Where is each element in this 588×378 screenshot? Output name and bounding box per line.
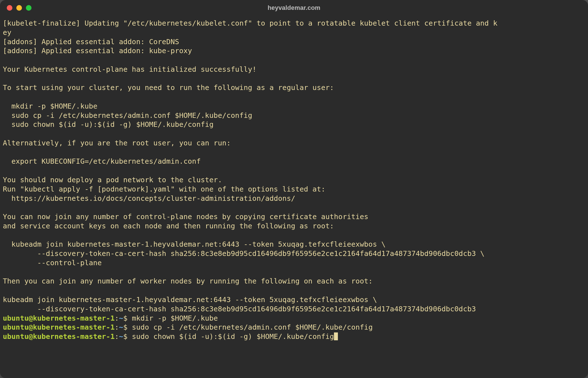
output-line: kubeadm join kubernetes-master-1.heyvald…: [3, 240, 386, 248]
prompt-user: ubuntu@kubernetes-master-1: [3, 332, 115, 341]
maximize-icon[interactable]: [26, 5, 32, 11]
output-line: kubeadm join kubernetes-master-1.heyvald…: [3, 295, 377, 304]
command: sudo chown $(id -u):$(id -g) $HOME/.kube…: [132, 332, 334, 341]
output-line: --control-plane: [3, 258, 106, 267]
prompt-sep: :: [115, 332, 119, 341]
prompt-line: ubuntu@kubernetes-master-1:~$ sudo cp -i…: [3, 323, 373, 331]
prompt-user: ubuntu@kubernetes-master-1: [3, 314, 115, 322]
output-line: Then you can join any number of worker n…: [3, 277, 373, 285]
output-line: export KUBECONFIG=/etc/kubernetes/admin.…: [3, 157, 201, 165]
prompt-path: ~: [119, 323, 123, 331]
output-line: Your Kubernetes control-plane has initia…: [3, 65, 257, 73]
window-title: heyvaldemar.com: [268, 4, 320, 12]
output-line: sudo chown $(id -u):$(id -g) $HOME/.kube…: [3, 120, 214, 129]
output-line: mkdir -p $HOME/.kube: [3, 102, 97, 110]
terminal-content[interactable]: [kubelet-finalize] Updating "/etc/kubern…: [0, 16, 588, 345]
prompt-line: ubuntu@kubernetes-master-1:~$ sudo chown…: [3, 332, 338, 341]
cursor-icon: [334, 332, 338, 340]
prompt-user: ubuntu@kubernetes-master-1: [3, 323, 115, 331]
prompt-path: ~: [119, 314, 123, 322]
prompt-line: ubuntu@kubernetes-master-1:~$ mkdir -p $…: [3, 314, 218, 322]
output-line: sudo cp -i /etc/kubernetes/admin.conf $H…: [3, 111, 252, 120]
prompt-sep: $: [123, 323, 132, 331]
prompt-sep: $: [123, 332, 132, 341]
terminal-window: heyvaldemar.com [kubelet-finalize] Updat…: [0, 0, 588, 378]
prompt-sep: $: [123, 314, 132, 322]
command: sudo cp -i /etc/kubernetes/admin.conf $H…: [132, 323, 373, 331]
output-line: ey: [3, 28, 12, 37]
traffic-lights: [7, 5, 32, 11]
output-line: You can now join any number of control-p…: [3, 212, 368, 221]
command: mkdir -p $HOME/.kube: [132, 314, 218, 322]
output-line: Run "kubectl apply -f [podnetwork].yaml"…: [3, 185, 325, 193]
output-line: To start using your cluster, you need to…: [3, 83, 334, 92]
close-icon[interactable]: [7, 5, 12, 11]
output-line: and service account keys on each node an…: [3, 222, 334, 230]
output-line: --discovery-token-ca-cert-hash sha256:8c…: [3, 249, 484, 258]
output-line: You should now deploy a pod network to t…: [3, 176, 222, 184]
prompt-sep: :: [115, 314, 119, 322]
prompt-sep: :: [115, 323, 119, 331]
output-line: --discovery-token-ca-cert-hash sha256:8c…: [3, 305, 480, 313]
prompt-path: ~: [119, 332, 123, 341]
output-line: Alternatively, if you are the root user,…: [3, 139, 231, 147]
minimize-icon[interactable]: [16, 5, 22, 11]
output-line: https://kubernetes.io/docs/concepts/clus…: [3, 194, 295, 202]
output-line: [kubelet-finalize] Updating "/etc/kubern…: [3, 19, 497, 27]
output-line: [addons] Applied essential addon: CoreDN…: [3, 37, 179, 46]
titlebar: heyvaldemar.com: [0, 0, 588, 16]
output-line: [addons] Applied essential addon: kube-p…: [3, 46, 192, 55]
